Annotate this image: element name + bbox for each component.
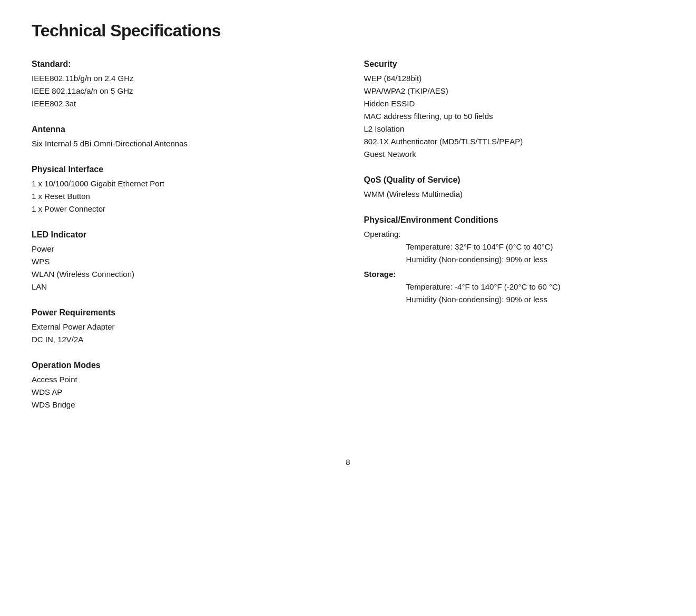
storage-label: Storage: [364, 268, 665, 281]
power-requirements-section: Power Requirements External Power Adapte… [32, 308, 332, 346]
security-item-4: L2 Isolation [364, 123, 665, 135]
led-indicator-section: LED Indicator Power WPS WLAN (Wireless C… [32, 230, 332, 293]
standard-item-2: IEEE802.3at [32, 97, 332, 110]
physical-environment-section: Physical/Environment Conditions Operatin… [364, 215, 665, 306]
physical-interface-item-1: 1 x Reset Button [32, 190, 332, 203]
antenna-section: Antenna Six Internal 5 dBi Omni-Directio… [32, 125, 332, 150]
operating-item-0: Temperature: 32°F to 104°F (0°C to 40°C) [364, 241, 665, 253]
operating-item-1: Humidity (Non-condensing): 90% or less [364, 253, 665, 266]
operation-modes-item-2: WDS Bridge [32, 399, 332, 411]
security-item-5: 802.1X Authenticator (MD5/TLS/TTLS/PEAP) [364, 135, 665, 148]
storage-item-0: Temperature: -4°F to 140°F (-20°C to 60 … [364, 281, 665, 293]
power-requirements-item-0: External Power Adapter [32, 321, 332, 333]
security-item-6: Guest Network [364, 148, 665, 161]
security-item-3: MAC address filtering, up to 50 fields [364, 110, 665, 123]
physical-interface-item-2: 1 x Power Connector [32, 203, 332, 215]
left-column: Standard: IEEE802.11b/g/n on 2.4 GHz IEE… [32, 59, 332, 426]
standard-item-0: IEEE802.11b/g/n on 2.4 GHz [32, 72, 332, 85]
antenna-heading: Antenna [32, 125, 332, 134]
led-item-1: WPS [32, 255, 332, 268]
power-requirements-heading: Power Requirements [32, 308, 332, 317]
page-title: Technical Specifications [32, 21, 664, 41]
antenna-item-0: Six Internal 5 dBi Omni-Directional Ante… [32, 137, 332, 150]
standard-section: Standard: IEEE802.11b/g/n on 2.4 GHz IEE… [32, 59, 332, 110]
security-item-1: WPA/WPA2 (TKIP/AES) [364, 85, 665, 97]
physical-interface-heading: Physical Interface [32, 165, 332, 174]
qos-section: QoS (Quality of Service) WMM (Wireless M… [364, 175, 665, 201]
operation-modes-section: Operation Modes Access Point WDS AP WDS … [32, 361, 332, 411]
security-section: Security WEP (64/128bit) WPA/WPA2 (TKIP/… [364, 59, 665, 161]
led-item-3: LAN [32, 281, 332, 293]
led-indicator-heading: LED Indicator [32, 230, 332, 240]
operating-label: Operating: [364, 228, 665, 241]
qos-item-0: WMM (Wireless Multimedia) [364, 188, 665, 201]
page-number: 8 [32, 458, 664, 466]
security-heading: Security [364, 59, 665, 69]
led-item-0: Power [32, 243, 332, 255]
physical-environment-heading: Physical/Environment Conditions [364, 215, 665, 225]
security-item-2: Hidden ESSID [364, 97, 665, 110]
standard-item-1: IEEE 802.11ac/a/n on 5 GHz [32, 85, 332, 97]
qos-heading: QoS (Quality of Service) [364, 175, 665, 185]
operation-modes-item-0: Access Point [32, 373, 332, 386]
power-requirements-item-1: DC IN, 12V/2A [32, 333, 332, 346]
storage-item-1: Humidity (Non-condensing): 90% or less [364, 293, 665, 306]
operation-modes-item-1: WDS AP [32, 386, 332, 399]
physical-interface-item-0: 1 x 10/100/1000 Gigabit Ethernet Port [32, 177, 332, 190]
right-column: Security WEP (64/128bit) WPA/WPA2 (TKIP/… [364, 59, 665, 426]
standard-heading: Standard: [32, 59, 332, 69]
physical-interface-section: Physical Interface 1 x 10/100/1000 Gigab… [32, 165, 332, 215]
security-item-0: WEP (64/128bit) [364, 72, 665, 85]
operation-modes-heading: Operation Modes [32, 361, 332, 370]
led-item-2: WLAN (Wireless Connection) [32, 268, 332, 281]
